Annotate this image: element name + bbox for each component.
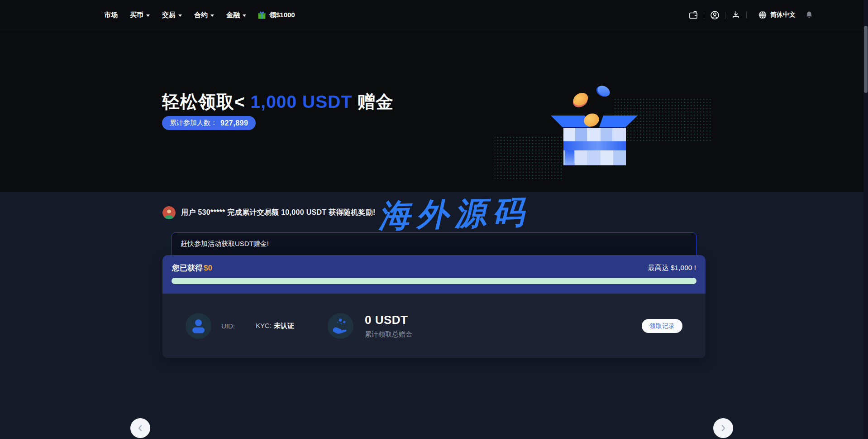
nav-item-label: 金融 (226, 11, 240, 19)
announcement-ticker: 用户 530***** 完成累计交易额 10,000 USDT 获得随机奖励! (162, 206, 376, 219)
coins-hand-badge (328, 313, 353, 339)
nav-item-finance[interactable]: 金融 (226, 11, 246, 19)
bonus-card: 您已获得$0 最高达 $1,000 ! UID: KYC:未认证 (162, 255, 706, 358)
nav-item-buy[interactable]: 买币 (130, 11, 150, 19)
bell-icon[interactable] (804, 10, 815, 20)
activity-notice-box: 赶快参加活动获取USDT赠金! (172, 232, 696, 256)
main-content: 用户 530***** 完成累计交易额 10,000 USDT 获得随机奖励! … (0, 192, 868, 439)
total-bonus-amount: 0 USDT (365, 313, 412, 327)
promo-claim-1000[interactable]: 领$1000 (257, 10, 295, 20)
nav-right-group: 简体中文 (688, 10, 815, 20)
kyc-label: KYC: (256, 322, 272, 329)
language-selector[interactable]: 简体中文 (758, 10, 796, 19)
page-scrollbar (863, 0, 868, 439)
chevron-down-icon (146, 14, 150, 17)
top-nav: 市场 买币 交易 合约 金融 领$1000 (0, 0, 868, 30)
carousel-prev-button[interactable] (130, 418, 150, 438)
claim-records-button[interactable]: 领取记录 (642, 319, 682, 333)
chevron-down-icon (210, 14, 214, 17)
hero-title: 轻松领取< 1,000 USDT 赠金 (162, 90, 394, 114)
kyc-value: 未认证 (274, 322, 294, 329)
divider (704, 12, 704, 19)
earned-label: 您已获得 (172, 264, 203, 272)
gift-icon (257, 10, 267, 20)
nav-item-market[interactable]: 市场 (104, 11, 118, 19)
announcement-message: 用户 530***** 完成累计交易额 10,000 USDT 获得随机奖励! (181, 208, 376, 217)
participants-badge: 累计参加人数： 927,899 (162, 116, 256, 130)
uid-label: UID: (221, 322, 235, 330)
hero-title-suffix: 赠金 (358, 92, 394, 111)
user-avatar (186, 313, 211, 339)
globe-icon (758, 10, 767, 19)
nav-item-trade[interactable]: 交易 (162, 11, 182, 19)
nav-item-label: 买币 (130, 11, 143, 19)
user-avatar-icon (186, 313, 211, 339)
hero-title-highlight: 1,000 USDT (245, 92, 358, 111)
profile-icon[interactable] (709, 10, 720, 20)
divider (746, 12, 747, 19)
earned-amount: $0 (204, 264, 212, 272)
download-icon[interactable] (730, 10, 741, 20)
nav-item-label: 市场 (104, 11, 118, 19)
activity-notice-text: 赶快参加活动获取USDT赠金! (181, 240, 269, 248)
watermark-text: 海外源码 (378, 191, 531, 238)
page: 市场 买币 交易 合约 金融 领$1000 (0, 0, 868, 439)
coins-hand-icon (328, 313, 353, 339)
wallet-icon[interactable] (688, 10, 699, 20)
earned-amount-row: 您已获得$0 (172, 263, 212, 273)
chevron-left-icon (137, 425, 144, 432)
participants-value: 927,899 (220, 119, 248, 127)
gift-box-illustration (491, 73, 808, 188)
divider (725, 12, 725, 19)
total-bonus-block: 0 USDT 累计领取总赠金 (365, 313, 412, 339)
promo-label: 领$1000 (269, 11, 295, 19)
nav-item-label: 交易 (162, 11, 176, 19)
hero-title-prefix: 轻松领取< (162, 92, 245, 111)
chevron-right-icon (720, 425, 727, 432)
bonus-card-header: 您已获得$0 最高达 $1,000 ! (162, 255, 706, 294)
kyc-status: KYC:未认证 (256, 322, 294, 330)
carousel-next-button[interactable] (713, 418, 733, 438)
max-bonus-text: 最高达 $1,000 ! (648, 263, 696, 273)
chevron-down-icon (243, 14, 246, 17)
nav-item-contract[interactable]: 合约 (194, 11, 214, 19)
chevron-down-icon (178, 14, 182, 17)
nav-item-label: 合约 (194, 11, 208, 19)
bonus-progress-bar (172, 278, 696, 284)
scrollbar-thumb[interactable] (864, 26, 868, 93)
language-label: 简体中文 (770, 11, 796, 19)
hero-banner: 轻松领取< 1,000 USDT 赠金 累计参加人数： 927,899 (0, 30, 868, 192)
total-bonus-caption: 累计领取总赠金 (365, 330, 412, 339)
announcement-avatar-icon (162, 206, 176, 219)
account-card: UID: KYC:未认证 0 USDT 累计领取总赠金 (162, 294, 706, 358)
participants-label: 累计参加人数： (170, 119, 217, 127)
nav-menu: 市场 买币 交易 合约 金融 (104, 11, 246, 19)
